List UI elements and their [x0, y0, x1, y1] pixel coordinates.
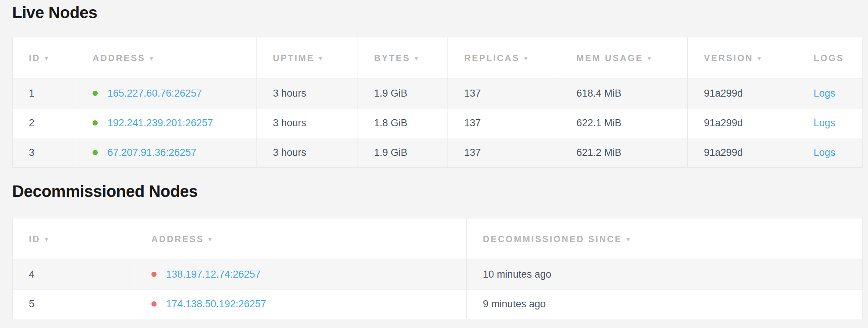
node-version-cell: 91a299d: [687, 138, 797, 168]
node-uptime-cell: 3 hours: [257, 79, 358, 108]
node-id-cell: 5: [13, 289, 135, 319]
logs-link[interactable]: Logs: [814, 88, 835, 99]
node-id-cell: 4: [13, 260, 135, 289]
decommissioned-nodes-table: ID▾ ADDRESS▾ DECOMMISSIONED SINCE▾ 4 138…: [12, 218, 863, 319]
node-version-cell: 91a299d: [687, 79, 797, 108]
live-nodes-table: ID▾ ADDRESS▾ UPTIME▾ BYTES▾ REPLICAS▾ ME…: [12, 37, 863, 168]
sort-arrow-icon: ▾: [415, 55, 418, 62]
live-status-dot-icon: [93, 91, 98, 96]
column-header-address[interactable]: ADDRESS▾: [76, 37, 257, 79]
node-address-cell: 192.241.239.201:26257: [76, 108, 257, 138]
node-id-cell: 3: [13, 138, 76, 168]
node-replicas-cell: 137: [448, 79, 560, 108]
node-uptime-cell: 3 hours: [257, 138, 358, 168]
column-header-mem-usage[interactable]: MEM USAGE▾: [560, 37, 688, 79]
logs-link[interactable]: Logs: [814, 117, 835, 128]
node-bytes-cell: 1.9 GiB: [358, 138, 448, 168]
column-header-bytes[interactable]: BYTES▾: [358, 37, 448, 79]
sort-arrow-icon: ▾: [319, 55, 322, 62]
node-address-cell: 138.197.12.74:26257: [135, 260, 466, 289]
sort-arrow-icon: ▾: [758, 55, 761, 62]
column-header-label: UPTIME: [273, 53, 314, 63]
decommissioned-since-cell: 9 minutes ago: [466, 289, 862, 319]
nodes-overview-page: Live Nodes ID▾ ADDRESS▾ UPTIME▾ BYTES▾ R…: [0, 2, 868, 319]
column-header-label: REPLICAS: [464, 53, 520, 63]
node-address-link[interactable]: 67.207.91.36:26257: [107, 147, 196, 158]
node-mem-usage-cell: 622.1 MiB: [560, 108, 688, 138]
column-header-label: ID: [29, 53, 40, 63]
sort-arrow-icon: ▾: [208, 236, 212, 243]
decommissioned-nodes-header-row: ID▾ ADDRESS▾ DECOMMISSIONED SINCE▾: [13, 218, 863, 260]
node-address-cell: 67.207.91.36:26257: [76, 138, 257, 168]
node-address-cell: 165.227.60.76:26257: [76, 79, 257, 108]
live-status-dot-icon: [93, 120, 98, 125]
node-logs-cell: Logs: [797, 108, 863, 138]
node-logs-cell: Logs: [797, 138, 863, 168]
live-nodes-header-row: ID▾ ADDRESS▾ UPTIME▾ BYTES▾ REPLICAS▾ ME…: [13, 37, 863, 79]
column-header-id[interactable]: ID▾: [13, 37, 76, 79]
node-id-cell: 2: [13, 108, 76, 138]
column-header-uptime[interactable]: UPTIME▾: [257, 37, 358, 79]
logs-link[interactable]: Logs: [814, 147, 835, 158]
node-address-link[interactable]: 165.227.60.76:26257: [107, 88, 202, 99]
node-replicas-cell: 137: [448, 108, 560, 138]
node-mem-usage-cell: 618.4 MiB: [560, 79, 688, 108]
column-header-logs: LOGS: [797, 37, 863, 79]
column-header-decommissioned-since[interactable]: DECOMMISSIONED SINCE▾: [466, 218, 862, 260]
node-address-link[interactable]: 192.241.239.201:26257: [107, 117, 213, 128]
table-row: 5 174.138.50.192:26257 9 minutes ago: [13, 289, 863, 319]
node-address-cell: 174.138.50.192:26257: [135, 289, 466, 319]
sort-arrow-icon: ▾: [648, 55, 651, 62]
sort-arrow-icon: ▾: [524, 55, 527, 62]
decommissioned-status-dot-icon: [151, 301, 157, 307]
column-header-label: ADDRESS: [93, 53, 145, 63]
node-bytes-cell: 1.8 GiB: [358, 108, 448, 138]
column-header-version[interactable]: VERSION▾: [687, 37, 797, 79]
node-replicas-cell: 137: [448, 138, 560, 168]
table-row: 4 138.197.12.74:26257 10 minutes ago: [13, 260, 863, 289]
column-header-address[interactable]: ADDRESS▾: [135, 218, 466, 260]
table-row: 3 67.207.91.36:26257 3 hours 1.9 GiB 137…: [13, 138, 863, 168]
node-version-cell: 91a299d: [687, 108, 797, 138]
node-bytes-cell: 1.9 GiB: [358, 79, 448, 108]
column-header-label: LOGS: [814, 53, 844, 63]
sort-arrow-icon: ▾: [150, 55, 153, 62]
column-header-label: DECOMMISSIONED SINCE: [483, 234, 622, 244]
table-row: 2 192.241.239.201:26257 3 hours 1.8 GiB …: [13, 108, 863, 138]
table-row: 1 165.227.60.76:26257 3 hours 1.9 GiB 13…: [13, 79, 863, 108]
node-address-link[interactable]: 138.197.12.74:26257: [166, 269, 261, 280]
node-address-link[interactable]: 174.138.50.192:26257: [166, 298, 266, 309]
live-status-dot-icon: [93, 150, 98, 155]
column-header-id[interactable]: ID▾: [13, 218, 135, 260]
sort-arrow-icon: ▾: [45, 55, 48, 62]
node-logs-cell: Logs: [797, 79, 863, 108]
node-uptime-cell: 3 hours: [257, 108, 358, 138]
decommissioned-since-cell: 10 minutes ago: [466, 260, 862, 289]
decommissioned-status-dot-icon: [151, 272, 157, 277]
sort-arrow-icon: ▾: [627, 236, 630, 243]
sort-arrow-icon: ▾: [45, 236, 48, 243]
column-header-label: VERSION: [704, 53, 753, 63]
live-nodes-title: Live Nodes: [12, 2, 863, 23]
node-id-cell: 1: [13, 79, 76, 108]
column-header-label: MEM USAGE: [576, 53, 643, 63]
decommissioned-nodes-title: Decommissioned Nodes: [12, 181, 863, 202]
column-header-replicas[interactable]: REPLICAS▾: [448, 37, 560, 79]
node-mem-usage-cell: 621.2 MiB: [560, 138, 688, 168]
column-header-label: ADDRESS: [151, 234, 204, 244]
column-header-label: BYTES: [374, 53, 410, 63]
column-header-label: ID: [29, 234, 40, 244]
